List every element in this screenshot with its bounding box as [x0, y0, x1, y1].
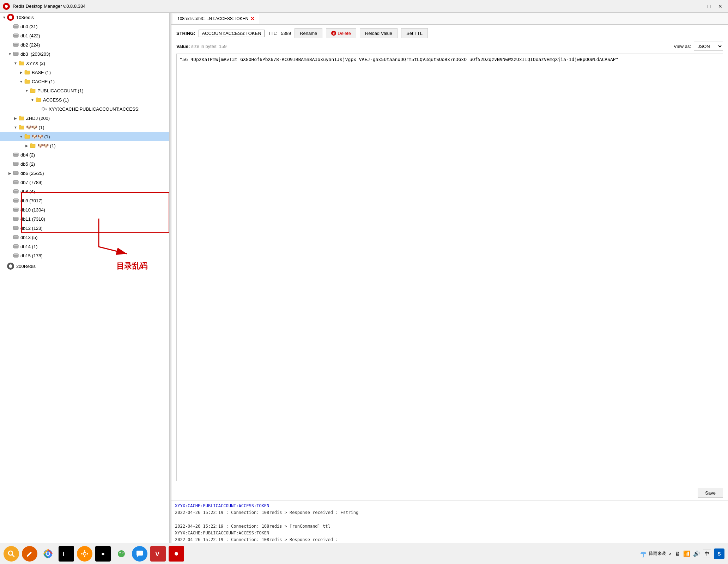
db-icon [13, 152, 19, 158]
server-200redis[interactable]: 200Redis [0, 262, 169, 271]
tree-db9[interactable]: db9 (7017) [0, 196, 169, 205]
expand-arrow [7, 216, 13, 222]
search-taskbar-icon[interactable] [4, 546, 19, 562]
minimize-button[interactable]: — [693, 1, 703, 11]
folder-icon [18, 115, 25, 121]
db7-label: db7 (7789) [20, 180, 43, 185]
db-icon [13, 234, 19, 240]
save-button[interactable]: Save [698, 488, 723, 498]
tree-zhdj[interactable]: ▶ ZHDJ (200) [0, 114, 169, 123]
tree-db10[interactable]: db10 (1304) [0, 205, 169, 214]
svg-point-53 [122, 552, 123, 553]
redis-taskbar-icon[interactable] [169, 546, 184, 562]
language-indicator[interactable]: 中 [703, 550, 711, 558]
terminal-taskbar-icon[interactable]: ■ [95, 546, 111, 562]
server-108redis[interactable]: ▼ 108redis [0, 13, 169, 22]
close-button[interactable]: ✕ [715, 1, 725, 11]
set-ttl-button[interactable]: Set TTL [401, 28, 428, 38]
tree-db5[interactable]: db5 (2) [0, 159, 169, 168]
tree-db12[interactable]: db12 (123) [0, 223, 169, 233]
tray-expand[interactable]: ∧ [669, 551, 672, 556]
tool-taskbar-icon[interactable] [114, 546, 129, 562]
tree-publicaccount[interactable]: ▼ PUBLICACCOUNT (1) [0, 86, 169, 95]
expand-arrow [7, 179, 13, 185]
view-as-select[interactable]: JSON Text HEX [694, 42, 723, 51]
tree-base[interactable]: ▶ BASE (1) [0, 68, 169, 77]
tree-xyyx[interactable]: ▼ XYYX (2) [0, 59, 169, 68]
svg-rect-29 [13, 226, 18, 228]
expand-arrow: ▶ [18, 69, 24, 75]
key-label: XYYX:CACHE:PUBLICACCOUNT:ACCESS: [49, 106, 140, 112]
server2-label: 200Redis [16, 264, 36, 269]
weather-text: 阵雨来袭 [649, 551, 666, 557]
folder-icon [35, 97, 42, 103]
db4-label: db4 (2) [20, 152, 35, 158]
folder-icon [24, 134, 30, 139]
delete-button[interactable]: ⊗ Delete [326, 28, 356, 38]
chat-taskbar-icon[interactable] [132, 546, 147, 562]
reload-value-button[interactable]: Reload Value [360, 28, 398, 38]
tree-db15[interactable]: db15 (178) [0, 251, 169, 260]
tab-close-button[interactable]: ✕ [250, 16, 255, 22]
tree-garbled3[interactable]: ▶ 🐶🐶 (1) [0, 141, 169, 150]
expand-arrow [7, 161, 13, 167]
svg-rect-17 [13, 171, 18, 173]
active-tab[interactable]: 108redis::db3::...NT:ACCESS:TOKEN ✕ [173, 14, 259, 24]
expand-arrow [7, 189, 13, 194]
db8-label: db8 (4) [20, 189, 35, 194]
db15-label: db15 (178) [20, 253, 43, 258]
log-line: XYYX:CACHE:PUBLICACCOUNT:ACCESS:TOKEN [175, 503, 724, 509]
server-icon [7, 14, 14, 21]
tree-garbled1[interactable]: ▼ 🐶🐶 (1) [0, 123, 169, 132]
value-label: Value: [176, 44, 190, 49]
tree-db11[interactable]: db11 (7310) [0, 214, 169, 223]
tree-db1[interactable]: db1 (422) [0, 31, 169, 40]
svg-rect-25 [13, 208, 18, 209]
expand-arrow [7, 225, 13, 231]
settings-taskbar-icon[interactable] [77, 546, 92, 562]
db0-label: db0 (31) [20, 24, 37, 29]
tree-db0[interactable]: db0 (31) [0, 22, 169, 31]
tree-db7[interactable]: db7 (7789) [0, 178, 169, 187]
svg-point-52 [120, 552, 120, 553]
db-icon [13, 42, 19, 48]
edit-taskbar-icon[interactable] [22, 546, 37, 562]
db-icon [13, 179, 19, 185]
tree-db8[interactable]: db8 (4) [0, 187, 169, 196]
server-label: 108redis [16, 15, 34, 20]
maximize-button[interactable]: □ [704, 1, 714, 11]
tree-db6[interactable]: ▶ db6 (25/25) [0, 168, 169, 178]
log-line: 2022-04-26 15:22:19 : Connection: 108red… [175, 509, 724, 516]
weather-icon: 阵雨来袭 [639, 550, 666, 558]
view-as-row: View as: JSON Text HEX [674, 42, 723, 51]
tree-cache[interactable]: ▼ CACHE (1) [0, 77, 169, 86]
tree-db4[interactable]: db4 (2) [0, 150, 169, 159]
tree-key-access-token[interactable]: XYYX:CACHE:PUBLICACCOUNT:ACCESS: [0, 104, 169, 114]
sogou-icon: S [714, 548, 724, 559]
svg-text:I: I [63, 551, 65, 558]
expand-arrow: ▼ [30, 97, 35, 103]
tree-db13[interactable]: db13 (5) [0, 233, 169, 242]
tree-db2[interactable]: db2 (224) [0, 40, 169, 49]
tree-access[interactable]: ▼ ACCESS (1) [0, 95, 169, 104]
v-taskbar-icon[interactable]: V [150, 546, 166, 562]
rename-button[interactable]: Rename [295, 28, 322, 38]
tree-db3[interactable]: ▼ db3 (203/203) [0, 49, 169, 59]
tree-garbled2[interactable]: ▼ 🐶🐶 (1) [0, 132, 169, 141]
intellij-taskbar-icon[interactable]: I [59, 546, 74, 562]
tree-db14[interactable]: db14 (1) [0, 242, 169, 251]
expand-arrow [1, 263, 7, 269]
expand-arrow [7, 207, 13, 213]
value-info: Value: size in bytes: 159 [176, 44, 226, 49]
expand-arrow: ▼ [24, 88, 30, 93]
svg-line-38 [12, 554, 14, 557]
value-row: Value: size in bytes: 159 View as: JSON … [176, 42, 723, 51]
expand-arrow: ▶ [7, 170, 13, 176]
chrome-taskbar-icon[interactable] [40, 546, 56, 562]
right-panel: 108redis::db3::...NT:ACCESS:TOKEN ✕ STRI… [171, 13, 728, 543]
tab-bar: 108redis::db3::...NT:ACCESS:TOKEN ✕ [171, 13, 728, 25]
expand-arrow: ▶ [13, 115, 18, 121]
db-icon [13, 244, 19, 249]
publicaccount-label: PUBLICACCOUNT (1) [37, 88, 84, 93]
value-textarea[interactable]: "56_4DpzKaTPmWjmRvT3t_GXGOHof6PbX678-RCO… [176, 54, 723, 481]
